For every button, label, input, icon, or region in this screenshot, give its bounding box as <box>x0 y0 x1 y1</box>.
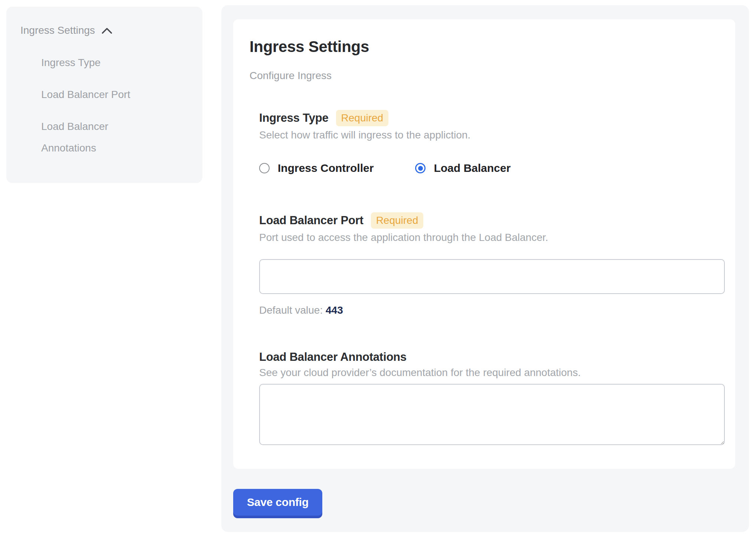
radio-option-label: Load Balancer <box>434 162 511 174</box>
ingress-type-label-row: Ingress Type Required <box>259 110 723 126</box>
sidebar-item-ingress-type[interactable]: Ingress Type <box>41 52 164 74</box>
sidebar-group-ingress-settings[interactable]: Ingress Settings <box>20 23 192 38</box>
section-load-balancer-annotations: Load Balancer Annotations See your cloud… <box>259 350 723 445</box>
ingress-settings-card: Ingress Settings Configure Ingress Ingre… <box>233 19 735 469</box>
page-subtitle: Configure Ingress <box>250 70 723 82</box>
settings-panel: Ingress Settings Configure Ingress Ingre… <box>221 5 749 532</box>
radio-option-load-balancer[interactable]: Load Balancer <box>415 162 511 174</box>
section-ingress-type: Ingress Type Required Select how traffic… <box>259 110 723 174</box>
load-balancer-annotations-description: See your cloud provider’s documentation … <box>259 367 723 379</box>
required-badge: Required <box>371 212 424 229</box>
chevron-up-icon <box>101 26 113 36</box>
ingress-type-label: Ingress Type <box>259 111 329 125</box>
radio-selected-icon[interactable] <box>415 163 426 173</box>
required-badge: Required <box>336 110 389 126</box>
default-value-label: Default value: <box>259 304 323 316</box>
ingress-type-description: Select how traffic will ingress to the a… <box>259 129 723 141</box>
load-balancer-port-label-row: Load Balancer Port Required <box>259 212 723 229</box>
ingress-type-radio-group: Ingress Controller Load Balancer <box>259 162 723 174</box>
save-config-button[interactable]: Save config <box>233 489 322 516</box>
radio-option-ingress-controller[interactable]: Ingress Controller <box>259 162 374 174</box>
radio-option-label: Ingress Controller <box>278 162 374 174</box>
radio-dot <box>418 166 423 171</box>
default-value: 443 <box>326 304 343 316</box>
sidebar-item-list: Ingress Type Load Balancer Port Load Bal… <box>41 52 192 159</box>
load-balancer-annotations-label: Load Balancer Annotations <box>259 350 407 364</box>
section-load-balancer-port: Load Balancer Port Required Port used to… <box>259 212 723 316</box>
sidebar-group-label: Ingress Settings <box>20 23 95 38</box>
sidebar-item-load-balancer-port[interactable]: Load Balancer Port <box>41 84 164 105</box>
load-balancer-port-label: Load Balancer Port <box>259 214 364 227</box>
radio-unselected-icon[interactable] <box>259 163 270 173</box>
default-value-line: Default value: 443 <box>259 304 723 316</box>
load-balancer-annotations-textarea[interactable] <box>259 384 725 445</box>
form-sections: Ingress Type Required Select how traffic… <box>259 110 723 445</box>
load-balancer-port-description: Port used to access the application thro… <box>259 232 723 244</box>
load-balancer-annotations-label-row: Load Balancer Annotations <box>259 350 723 364</box>
settings-sidebar: Ingress Settings Ingress Type Load Balan… <box>6 7 202 183</box>
load-balancer-port-input[interactable] <box>259 259 725 294</box>
sidebar-item-load-balancer-annotations[interactable]: Load Balancer Annotations <box>41 116 164 159</box>
page-title: Ingress Settings <box>250 38 723 56</box>
